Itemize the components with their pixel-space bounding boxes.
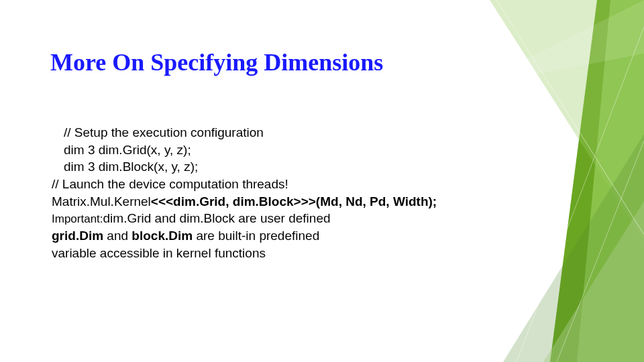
note-line-2: grid.Dim and block.Dim are built-in pred… (52, 227, 535, 245)
svg-line-7 (517, 27, 644, 362)
note-line-1-text: dim.Grid and dim.Block are user defined (103, 211, 331, 225)
code-line-5-launch: <<<dim.Grid, dim.Block>>>(Md, Nd, Pd, Wi… (151, 194, 437, 208)
note-important-label: Important: (52, 213, 103, 225)
code-line-5-pre: Matrix.Mul.Kernel (52, 194, 151, 208)
code-line-4: // Launch the device computation threads… (52, 176, 535, 193)
code-line-5: Matrix.Mul.Kernel<<<dim.Grid, dim.Block>… (52, 193, 535, 210)
svg-marker-1 (577, 0, 644, 362)
code-line-3: dim 3 dim.Block(x, y, z); (52, 158, 535, 176)
slide: More On Specifying Dimensions // Setup t… (0, 0, 644, 362)
note-line-2-rest: are built-in predefined (193, 229, 319, 243)
svg-marker-4 (470, 0, 644, 87)
slide-title: More On Specifying Dimensions (50, 50, 383, 76)
note-blockdim: block.Dim (131, 229, 193, 243)
code-line-2: dim 3 dim.Grid(x, y, z); (52, 141, 535, 159)
note-line-2-and: and (103, 229, 131, 243)
note-line-3: variable accessible in kernel functions (52, 245, 535, 262)
note-griddim: grid.Dim (52, 229, 103, 243)
svg-marker-3 (543, 201, 644, 362)
note-line-1: Important:dim.Grid and dim.Block are use… (52, 210, 535, 227)
code-line-1: // Setup the execution configuration (52, 124, 535, 141)
svg-line-8 (557, 141, 644, 362)
slide-body: // Setup the execution configuration dim… (52, 124, 535, 261)
svg-marker-0 (550, 0, 644, 362)
